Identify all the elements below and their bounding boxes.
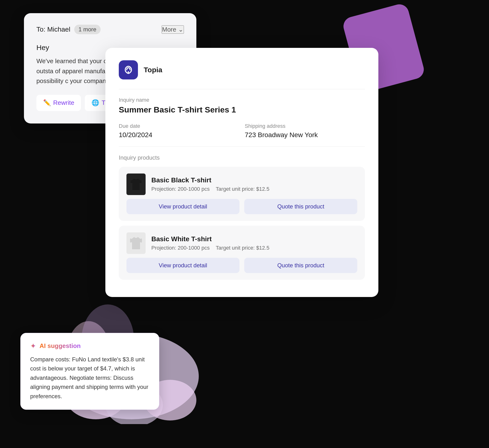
product-meta-1: Projection: 200-1000 pcs Target unit pri… bbox=[151, 186, 274, 192]
svg-point-6 bbox=[128, 71, 129, 73]
shipping-group: Shipping address 723 Broadway New York bbox=[245, 123, 365, 139]
shipping-value: 723 Broadway New York bbox=[245, 131, 365, 139]
view-detail-button-1[interactable]: View product detail bbox=[126, 199, 239, 214]
product-name-1: Basic Black T-shirt bbox=[151, 176, 274, 184]
email-header: To: Michael 1 more More ⌄ bbox=[36, 25, 184, 34]
ai-body: Compare costs: FuNo Land textile's $3.8 … bbox=[30, 355, 149, 401]
due-date-value: 10/20/2024 bbox=[119, 131, 239, 139]
ai-header: ✦ AI suggestion bbox=[30, 342, 149, 350]
products-label: Inquiry products bbox=[119, 154, 365, 161]
divider-2 bbox=[119, 146, 365, 147]
more-button[interactable]: More ⌄ bbox=[162, 25, 184, 34]
ai-suggestion-card: ✦ AI suggestion Compare costs: FuNo Land… bbox=[20, 333, 159, 410]
divider-1 bbox=[119, 89, 365, 89]
white-tshirt-image bbox=[126, 232, 146, 254]
inquiry-name-label: Inquiry name Summer Basic T-shirt Series… bbox=[119, 97, 365, 114]
rewrite-button[interactable]: ✏️ Rewrite bbox=[36, 95, 81, 111]
rewrite-label: Rewrite bbox=[53, 99, 74, 106]
due-date-label: Due date bbox=[119, 123, 239, 129]
projection-2: Projection: 200-1000 pcs bbox=[151, 245, 210, 251]
company-name: Topia bbox=[144, 66, 162, 74]
target-price-2: Target unit price: $12.5 bbox=[216, 245, 269, 251]
product-meta-2: Projection: 200-1000 pcs Target unit pri… bbox=[151, 245, 274, 251]
recipients-badge: 1 more bbox=[74, 25, 101, 34]
inquiry-name-value: Summer Basic T-shirt Series 1 bbox=[119, 105, 365, 114]
topia-logo bbox=[119, 60, 138, 80]
ai-suggestion-label: AI suggestion bbox=[40, 342, 81, 350]
chevron-down-icon: ⌄ bbox=[178, 26, 183, 33]
projection-1: Projection: 200-1000 pcs bbox=[151, 186, 210, 192]
product-buttons-1: View product detail Quote this product bbox=[126, 199, 357, 214]
product-info-white: Basic White T-shirt Projection: 200-1000… bbox=[151, 235, 274, 251]
product-item-white: Basic White T-shirt Projection: 200-1000… bbox=[119, 226, 365, 280]
email-to: To: Michael 1 more bbox=[36, 25, 101, 34]
product-buttons-2: View product detail Quote this product bbox=[126, 258, 357, 273]
quote-button-2[interactable]: Quote this product bbox=[244, 258, 357, 273]
quote-button-1[interactable]: Quote this product bbox=[244, 199, 357, 214]
shipping-label: Shipping address bbox=[245, 123, 365, 129]
product-row-2: Basic White T-shirt Projection: 200-1000… bbox=[126, 232, 357, 254]
more-label: More bbox=[162, 26, 176, 33]
to-label: To: Michael bbox=[36, 26, 70, 33]
ai-sparkle-icon: ✦ bbox=[30, 342, 36, 350]
product-row-1: Basic Black T-shirt Projection: 200-1000… bbox=[126, 174, 357, 195]
rewrite-icon: ✏️ bbox=[43, 99, 51, 106]
target-price-1: Target unit price: $12.5 bbox=[216, 186, 269, 192]
view-detail-button-2[interactable]: View product detail bbox=[126, 258, 239, 273]
product-info-black: Basic Black T-shirt Projection: 200-1000… bbox=[151, 176, 274, 192]
inquiry-details: Due date 10/20/2024 Shipping address 723… bbox=[119, 123, 365, 139]
black-tshirt-image bbox=[126, 174, 146, 195]
product-name-2: Basic White T-shirt bbox=[151, 235, 274, 243]
inquiry-card: Topia Inquiry name Summer Basic T-shirt … bbox=[105, 48, 378, 297]
due-date-group: Due date 10/20/2024 bbox=[119, 123, 239, 139]
product-item-black: Basic Black T-shirt Projection: 200-1000… bbox=[119, 167, 365, 221]
inquiry-header: Topia bbox=[119, 60, 365, 80]
translate-icon: 🌐 bbox=[91, 99, 99, 106]
